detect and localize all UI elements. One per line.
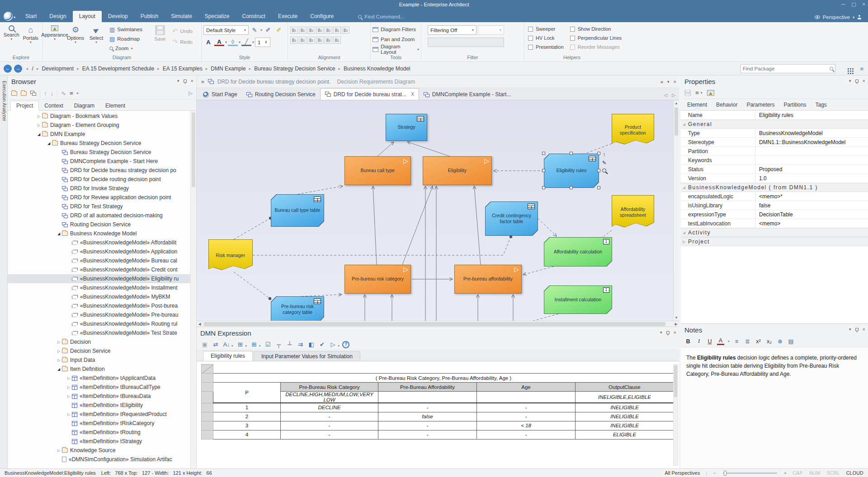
save-button[interactable]: Save <box>150 23 170 42</box>
tree-item[interactable]: «BusinessKnowledgeModel» Test Strate <box>8 328 196 337</box>
nav-forward-button[interactable]: → <box>14 65 22 73</box>
diagram-canvas[interactable]: ▲ ▼ StrategyBureau call type▷Eligibility… <box>197 100 679 321</box>
column-header[interactable]: OutputClause <box>576 383 674 392</box>
merge-cells-icon[interactable]: ⇉ <box>296 340 305 349</box>
allowed-values-cell[interactable] <box>477 392 576 403</box>
rule-value-cell[interactable]: DECLINE <box>281 403 378 412</box>
column-header[interactable]: Age <box>477 383 576 392</box>
connector-18[interactable] <box>581 144 612 155</box>
tree-item[interactable]: ▷Diagram - Bookmark Values <box>8 112 196 121</box>
rule-value-cell[interactable]: - <box>378 403 477 412</box>
user-icon[interactable] <box>857 15 862 19</box>
maximize-icon[interactable]: ▢ <box>851 1 856 7</box>
property-value[interactable]: BusinessKnowledgeModel <box>755 130 868 136</box>
helper-checkbox-show-direction[interactable]: Show Direction <box>570 24 622 33</box>
align-icon-8[interactable] <box>299 37 307 44</box>
subscript-icon[interactable]: x₂ <box>766 338 773 345</box>
tree-item[interactable]: «DMNSimConfiguration» Simulation Artifac <box>8 455 196 464</box>
new-model-icon[interactable] <box>11 91 17 96</box>
property-value[interactable]: 1.0 <box>755 175 868 182</box>
helper-checkbox-perpendicular-lines[interactable]: Perpendicular Lines <box>570 33 622 42</box>
selection-handle[interactable] <box>570 186 573 189</box>
simulation-icon[interactable]: ◧ <box>307 340 316 349</box>
collapsed-arrow-icon[interactable]: ▷ <box>681 240 688 244</box>
close-tab-icon[interactable]: X <box>411 92 414 97</box>
ribbon-tab-design[interactable]: Design <box>43 11 72 22</box>
tree-item[interactable]: ▷«ItemDefinition» tBureauData <box>8 392 196 401</box>
rule-value-cell[interactable]: INELIGIBLE <box>576 403 674 412</box>
panel-menu-icon[interactable]: ▾ <box>667 80 670 84</box>
connector-4[interactable] <box>402 186 433 265</box>
find-package-box[interactable] <box>741 64 835 73</box>
connector-3[interactable] <box>373 186 377 265</box>
connector-19[interactable] <box>234 218 270 239</box>
allowed-values-cell[interactable]: DECLINE,HIGH,MEDIUM,LOW,VERY LOW <box>281 392 378 403</box>
zoom-button[interactable]: Zoom ▾ <box>109 44 142 52</box>
properties-section-1[interactable]: ⊿General <box>681 120 868 129</box>
property-value[interactable]: <memo> <box>755 220 868 227</box>
table-grid-icon[interactable]: ⊞ <box>250 340 259 349</box>
hyperlink-icon[interactable]: ⊕ <box>777 338 784 345</box>
property-value[interactable]: <memo>* <box>755 193 868 200</box>
app-menu-caret-icon[interactable]: ▾ <box>14 15 15 19</box>
close-icon[interactable]: × <box>674 330 676 335</box>
edit-icon[interactable]: ✎ <box>602 160 606 165</box>
rule-value-cell[interactable]: < 18 <box>477 421 576 430</box>
parameters-row[interactable]: ( Pre-Bureau Risk Category, Pre-Bureau A… <box>213 374 674 383</box>
save-icon[interactable]: ▣ <box>200 340 209 349</box>
tree-item[interactable]: ◢Bureau Strategy Decision Service <box>8 139 196 148</box>
diagram-tab-2[interactable]: DRD for Decide bureau strat...X <box>320 88 419 100</box>
align-icon-0[interactable] <box>290 27 298 34</box>
table-style-icon[interactable]: ⊞ <box>236 340 245 349</box>
tree-item[interactable]: ▷«ItemDefinition» tBureauCallType <box>8 383 196 392</box>
tree-item[interactable]: ◢Business Knowledge Model <box>8 229 196 238</box>
connector-0[interactable] <box>377 142 394 156</box>
browser-tab-project[interactable]: Project <box>10 101 39 111</box>
selection-handle[interactable] <box>542 186 545 189</box>
select-button[interactable]: ► Select ▾ <box>86 23 107 43</box>
zoom-out-icon[interactable]: − <box>713 470 716 476</box>
new-package-icon[interactable] <box>21 91 27 96</box>
rule-number-cell[interactable]: 3 <box>213 421 281 430</box>
tree-item[interactable]: ▷«ItemDefinition» tRequestedProduct <box>8 410 196 419</box>
validate-icon[interactable]: ✔ <box>318 340 327 349</box>
fill-color-button[interactable]: ◊ <box>228 38 238 46</box>
nav-back-button[interactable]: ← <box>4 65 12 73</box>
align-icon-11[interactable] <box>325 37 332 44</box>
properties-section-8[interactable]: ⊿BusinessKnowledgeModel ( from DMN1.1 ) <box>681 183 868 192</box>
tree-item[interactable]: DMNComplete Example - Start Here <box>8 157 196 166</box>
align-icon-5[interactable] <box>333 27 341 34</box>
collapsed-arrow-icon[interactable]: ▷ <box>66 376 72 380</box>
ribbon-tab-configure[interactable]: Configure <box>304 11 340 22</box>
insert-column-icon[interactable]: ┬ <box>274 340 283 349</box>
browser-tab-element[interactable]: Element <box>100 101 131 110</box>
rule-value-cell[interactable]: ELIGIBLE <box>576 430 674 439</box>
ribbon-tab-develop[interactable]: Develop <box>102 11 134 22</box>
style-brush-icon[interactable]: ✐ <box>263 25 273 35</box>
tree-item[interactable]: ▷Knowledge Source <box>8 446 196 455</box>
tree-item[interactable]: DRD of all automated decision-making <box>8 211 196 220</box>
highlighter-icon[interactable]: ✐ <box>274 25 284 35</box>
zoom-element-icon[interactable] <box>602 168 606 173</box>
tree-item[interactable]: «ItemDefinition» tStrategy <box>8 437 196 446</box>
align-icon-12[interactable] <box>333 37 341 44</box>
insert-row-icon[interactable]: ┴ <box>285 340 294 349</box>
node-eligibility-rules[interactable]: Eligibility rules <box>544 154 599 188</box>
perspective-switch[interactable]: Perspective ▾ <box>815 14 862 20</box>
column-header[interactable]: Pre-Bureau Risk Category <box>281 383 378 392</box>
connector-15[interactable] <box>523 267 554 275</box>
ribbon-tab-publish[interactable]: Publish <box>134 11 165 22</box>
tree-item[interactable]: «BusinessKnowledgeModel» Bureau cal <box>8 256 196 265</box>
tree-item[interactable]: «BusinessKnowledgeModel» Post-burea <box>8 301 196 310</box>
new-diagram-icon[interactable] <box>30 91 36 96</box>
connector-20[interactable] <box>253 237 511 255</box>
align-icon-1[interactable] <box>299 27 307 34</box>
tools-diagram-filters-button[interactable]: Diagram Filters <box>373 25 416 33</box>
canvas-hscrollbar[interactable]: ◀ ▶ <box>197 321 679 327</box>
tree-scrollbar[interactable] <box>190 111 196 468</box>
execution-analyzer-strip[interactable]: Execution Analyzer <box>0 75 8 468</box>
expanded-arrow-icon[interactable]: ◢ <box>46 141 52 145</box>
helper-checkbox-sweeper[interactable]: Sweeper <box>528 24 564 33</box>
close-icon[interactable]: × <box>863 327 865 332</box>
selection-handle[interactable] <box>570 152 573 155</box>
